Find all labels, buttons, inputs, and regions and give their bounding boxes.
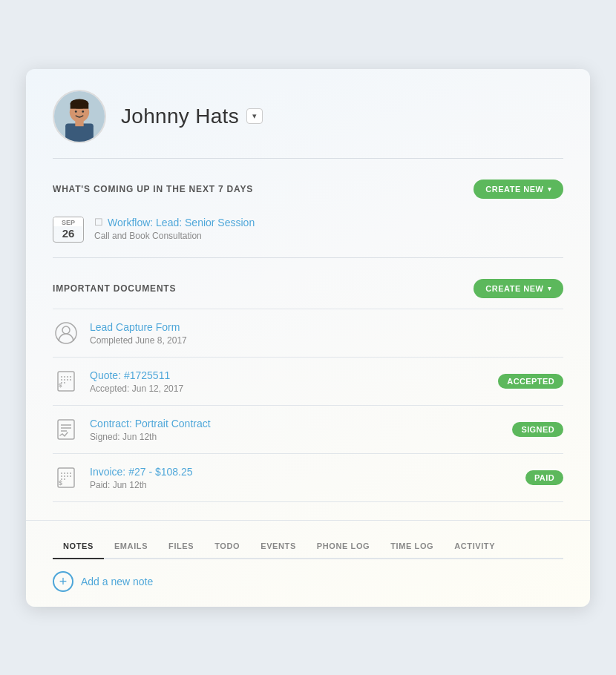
- documents-create-caret: ▾: [548, 285, 552, 292]
- doc-left: Contract: Portrait Contract Signed: Jun …: [53, 416, 211, 443]
- invoice-sub: Paid: Jun 12th: [90, 480, 193, 490]
- svg-rect-1: [65, 123, 94, 143]
- signed-badge: SIGNED: [512, 422, 563, 437]
- tab-files[interactable]: FILES: [158, 536, 204, 559]
- add-note-label: Add a new note: [81, 576, 153, 587]
- tab-todo[interactable]: TODO: [204, 536, 250, 559]
- calendar-day: 26: [53, 226, 83, 242]
- invoice-icon: $: [53, 464, 79, 491]
- document-list: Lead Capture Form Completed June 8, 2017: [53, 309, 563, 502]
- doc-item-invoice: $ Invoice: #27 - $108.25 Paid: Jun 12th …: [53, 454, 563, 502]
- svg-point-9: [62, 326, 70, 334]
- documents-section: IMPORTANT DOCUMENTS CREATE NEW ▾: [26, 258, 590, 510]
- add-note-button[interactable]: + Add a new note: [53, 571, 563, 592]
- tabs-section: NOTES EMAILS FILES TODO EVENTS PHONE LOG…: [26, 520, 590, 592]
- lead-capture-form-link[interactable]: Lead Capture Form: [90, 321, 180, 333]
- svg-rect-15: [58, 420, 74, 439]
- upcoming-item-sub: Call and Book Consultation: [94, 231, 255, 241]
- invoice-link[interactable]: Invoice: #27 - $108.25: [90, 466, 193, 478]
- tab-activity[interactable]: ACTIVITY: [444, 536, 505, 559]
- contract-icon: [53, 416, 79, 443]
- doc-left: $ Quote: #1725511 Accepted: Jun 12, 2017: [53, 368, 183, 395]
- svg-point-6: [75, 110, 77, 112]
- lead-capture-form-sub: Completed June 8, 2017: [90, 335, 187, 346]
- accepted-badge: ACCEPTED: [498, 374, 563, 389]
- doc-item-lead-capture: Lead Capture Form Completed June 8, 2017: [53, 309, 563, 358]
- quote-icon: $: [53, 368, 79, 395]
- checkbox-icon: ☐: [94, 217, 103, 228]
- tab-phone-log[interactable]: PHONE LOG: [307, 536, 380, 559]
- svg-text:$: $: [59, 382, 62, 389]
- documents-create-btn-label: CREATE NEW: [485, 284, 543, 293]
- tabs-bar: NOTES EMAILS FILES TODO EVENTS PHONE LOG…: [53, 536, 563, 559]
- main-card: Johnny Hats ▾ WHAT'S COMING UP IN THE NE…: [26, 69, 590, 607]
- paid-badge: PAID: [525, 470, 563, 485]
- doc-item-quote: $ Quote: #1725511 Accepted: Jun 12, 2017…: [53, 358, 563, 406]
- upcoming-item-content: ☐ Workflow: Lead: Senior Session Call an…: [94, 217, 255, 241]
- contract-sub: Signed: Jun 12th: [90, 432, 211, 442]
- upcoming-item: SEP 26 ☐ Workflow: Lead: Senior Session …: [53, 209, 563, 250]
- svg-text:$: $: [59, 479, 62, 487]
- contact-name: Johnny Hats: [121, 105, 239, 128]
- tab-notes[interactable]: NOTES: [53, 536, 104, 559]
- tab-time-log[interactable]: TIME LOG: [380, 536, 444, 559]
- documents-section-header: IMPORTANT DOCUMENTS CREATE NEW ▾: [53, 279, 563, 298]
- chevron-down-icon: ▾: [252, 111, 257, 121]
- upcoming-section-title: WHAT'S COMING UP IN THE NEXT 7 DAYS: [53, 184, 253, 194]
- contract-link[interactable]: Contract: Portrait Contract: [90, 418, 211, 429]
- calendar-icon: SEP 26: [53, 217, 84, 243]
- avatar: [53, 90, 106, 143]
- upcoming-create-caret: ▾: [548, 185, 552, 193]
- documents-create-new-button[interactable]: CREATE NEW ▾: [474, 279, 563, 298]
- name-dropdown-button[interactable]: ▾: [246, 108, 263, 124]
- header-name: Johnny Hats ▾: [121, 105, 263, 128]
- doc-left: Lead Capture Form Completed June 8, 2017: [53, 320, 187, 346]
- quote-sub: Accepted: Jun 12, 2017: [90, 383, 183, 394]
- upcoming-item-link[interactable]: ☐ Workflow: Lead: Senior Session: [94, 217, 255, 228]
- add-note-circle-icon: +: [53, 571, 73, 592]
- upcoming-item-title: Workflow: Lead: Senior Session: [108, 217, 255, 228]
- svg-rect-5: [71, 103, 89, 109]
- doc-info: Lead Capture Form Completed June 8, 2017: [90, 320, 187, 346]
- upcoming-create-btn-label: CREATE NEW: [485, 185, 543, 194]
- calendar-month: SEP: [53, 217, 83, 226]
- documents-section-title: IMPORTANT DOCUMENTS: [53, 283, 176, 294]
- doc-info: Contract: Portrait Contract Signed: Jun …: [90, 417, 211, 442]
- upcoming-create-new-button[interactable]: CREATE NEW ▾: [474, 180, 563, 199]
- doc-info: Invoice: #27 - $108.25 Paid: Jun 12th: [90, 465, 193, 490]
- doc-left: $ Invoice: #27 - $108.25 Paid: Jun 12th: [53, 464, 193, 491]
- upcoming-section-header: WHAT'S COMING UP IN THE NEXT 7 DAYS CREA…: [53, 180, 563, 199]
- tab-emails[interactable]: EMAILS: [104, 536, 158, 559]
- tab-events[interactable]: EVENTS: [250, 536, 307, 559]
- upcoming-section: WHAT'S COMING UP IN THE NEXT 7 DAYS CREA…: [26, 159, 590, 257]
- header: Johnny Hats ▾: [26, 69, 590, 158]
- svg-point-7: [82, 110, 84, 112]
- quote-link[interactable]: Quote: #1725511: [90, 369, 170, 381]
- person-icon: [53, 320, 79, 346]
- doc-item-contract: Contract: Portrait Contract Signed: Jun …: [53, 406, 563, 454]
- doc-info: Quote: #1725511 Accepted: Jun 12, 2017: [90, 369, 183, 394]
